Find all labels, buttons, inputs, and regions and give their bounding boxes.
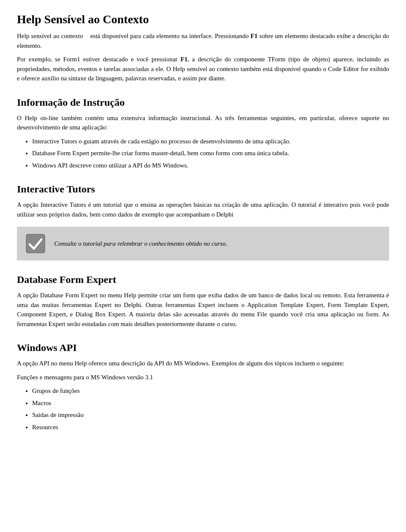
intro-paragraph-1: Help sensível ao contexto está disponíve… [17, 31, 389, 50]
page-title: Help Sensível ao Contexto [17, 13, 389, 26]
f1-bold-1: F1 [250, 33, 258, 39]
section2-bullet-list: Interactive Tutors o guiam através de ca… [32, 137, 389, 170]
list-item: Saídas de impressão [32, 410, 389, 420]
section-instrucao-title: Informação de Instrução [17, 97, 389, 108]
list-item: Database Form Expert permite-lhe criar f… [32, 148, 389, 158]
section5-sub: Funções e mensagens para o MS Windows ve… [17, 373, 389, 382]
section4-para1: A opção Database Form Expert no menu Hel… [17, 291, 389, 329]
intro-paragraph-2: Por exemplo, se Form1 estiver destacado … [17, 55, 389, 83]
list-item: Windows API descreve como utilizar a API… [32, 161, 389, 170]
section2-para1: O Help on-line também contém uma extensi… [17, 113, 389, 132]
f1-bold-2: F1 [181, 56, 188, 63]
note-box: Consulte o tutorial para relembrar o con… [17, 227, 389, 261]
list-item: Resources [32, 422, 389, 432]
section-windows-api-title: Windows API [17, 342, 389, 354]
note-text: Consulte o tutorial para relembrar o con… [54, 240, 227, 247]
checkmark-icon [25, 233, 47, 255]
section5-bullet-list: Grupos de funções Macros Saídas de impre… [32, 386, 389, 432]
list-item: Interactive Tutors o guiam através de ca… [32, 137, 389, 146]
section3-para1: A opção Interactive Tutors é um tutorial… [17, 200, 389, 219]
list-item: Macros [32, 398, 389, 408]
list-item: Grupos de funções [32, 386, 389, 396]
section5-para1: A opção API no menu Help oferece uma des… [17, 359, 389, 368]
section-interactive-title: Interactive Tutors [17, 184, 389, 195]
section-database-title: Database Form Expert [17, 274, 389, 285]
